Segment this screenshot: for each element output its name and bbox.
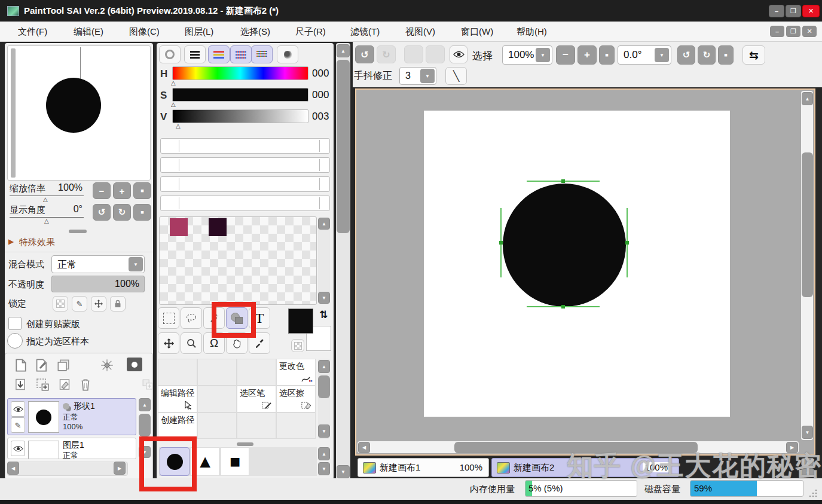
saturation-marker[interactable]: △ — [171, 101, 176, 108]
tool-option-selection-eraser[interactable]: 选区擦 — [276, 386, 316, 413]
layer-thumbnail[interactable] — [28, 401, 59, 433]
tool-option-create-path[interactable]: 创建路径 — [158, 413, 197, 439]
zoom-reset-button[interactable]: ■ — [133, 182, 151, 199]
line-style-button[interactable]: ╲ — [445, 67, 467, 85]
layer-visibility-toggle[interactable] — [11, 401, 25, 417]
selection-redo-button[interactable] — [426, 45, 445, 63]
lock-move-button[interactable] — [91, 296, 106, 311]
flip-horizontal-button[interactable]: ⇆ — [742, 45, 765, 65]
undo-button[interactable]: ↺ — [355, 45, 374, 63]
angle-dropdown-arrow-icon[interactable]: ▼ — [655, 48, 669, 62]
menubar-close-button[interactable]: ✕ — [802, 26, 817, 37]
panel-scroll-thumb[interactable] — [337, 60, 350, 233]
layer-thumbnail[interactable] — [28, 441, 59, 459]
custom-slider-3[interactable] — [160, 176, 330, 192]
tool-options-scroll-up[interactable]: ▲ — [318, 360, 330, 373]
canvas-zoom-dropdown[interactable]: 100% ▼ — [502, 45, 552, 65]
canvas-rotate-reset-button[interactable]: ■ — [718, 45, 734, 65]
zoom-out-button[interactable]: − — [93, 182, 111, 199]
hue-slider[interactable] — [172, 66, 308, 80]
canvas-hscroll-left[interactable]: ◀ — [358, 442, 370, 453]
swatches-panel[interactable] — [159, 216, 317, 305]
layer-item-layer1[interactable]: 图层1 正常 — [7, 438, 136, 459]
canvas-zoom-out-button[interactable]: − — [556, 45, 575, 65]
collapse-arrow-icon[interactable]: ▶ — [8, 237, 14, 246]
canvas-zoom-in-button[interactable]: + — [577, 45, 597, 65]
canvas-zoom-reset-button[interactable]: ■ — [599, 45, 615, 65]
swatch-grid-button[interactable] — [251, 45, 273, 63]
color-bars-button[interactable] — [184, 45, 206, 63]
custom-slider-1[interactable] — [160, 138, 330, 154]
shapes-scroll-up[interactable]: ▲ — [318, 447, 330, 460]
menu-ruler[interactable]: 尺子(R) — [295, 26, 326, 38]
transfer-down-icon[interactable] — [14, 378, 26, 391]
selection-handle-bottom[interactable] — [561, 305, 565, 308]
redo-button[interactable]: ↻ — [377, 45, 396, 63]
custom-slider-2[interactable] — [160, 157, 330, 173]
clipping-mask-checkbox[interactable] — [8, 317, 22, 330]
stabilizer-dropdown[interactable]: 3 ▼ — [399, 67, 436, 85]
swatches-scroll-up[interactable]: ▲ — [318, 218, 330, 230]
selection-undo-button[interactable] — [404, 45, 423, 63]
doc-tab-1[interactable]: 新建画布1 100% — [357, 458, 489, 477]
tool-options-scroll-down[interactable]: ▼ — [318, 424, 330, 438]
minimize-button[interactable]: – — [769, 5, 784, 17]
primary-color-well[interactable] — [288, 308, 313, 334]
canvas-rotate-ccw-button[interactable]: ↺ — [677, 45, 695, 65]
menu-view[interactable]: 视图(V) — [405, 26, 435, 38]
panel-divider-grip[interactable] — [237, 442, 253, 446]
layers-hscroll-track[interactable] — [7, 462, 128, 476]
canvas-vscroll-up[interactable]: ▲ — [802, 92, 813, 105]
lasso-tool[interactable] — [181, 307, 202, 329]
clear-layer-icon[interactable] — [59, 378, 71, 391]
selection-visibility-button[interactable] — [450, 45, 467, 63]
shapes-scroll-down[interactable]: ▼ — [318, 462, 330, 475]
menu-file[interactable]: 文件(F) — [18, 26, 47, 38]
drawn-circle[interactable] — [503, 184, 626, 307]
tool-option-selection-pen[interactable]: 选区笔 — [237, 386, 276, 413]
custom-slider-4[interactable] — [160, 196, 330, 211]
rotate-cw-button[interactable]: ↻ — [113, 204, 131, 221]
hue-marker[interactable]: △ — [171, 80, 176, 86]
new-layer-icon[interactable] — [16, 359, 26, 372]
zoom-in-button[interactable]: + — [113, 182, 131, 199]
layer-item-shape1[interactable]: ✎ 形状1 正常 100% — [7, 398, 136, 435]
duplicate-layer-icon[interactable] — [36, 378, 49, 391]
canvas-vscroll-down[interactable]: ▼ — [802, 426, 813, 439]
saturation-slider[interactable] — [172, 88, 308, 102]
mixed-sliders-button[interactable] — [230, 45, 252, 63]
menu-filter[interactable]: 滤镜(T) — [350, 26, 380, 38]
lock-all-button[interactable] — [110, 296, 126, 311]
blend-mode-dropdown[interactable]: 正常 ▼ — [51, 255, 145, 273]
panel-scroll-down[interactable]: ▼ — [337, 465, 350, 478]
swatch-color-1[interactable] — [170, 218, 188, 236]
canvas-vscroll-thumb[interactable] — [802, 152, 813, 297]
angle-reset-button[interactable]: ■ — [133, 204, 151, 221]
selection-handle-left[interactable] — [499, 241, 503, 245]
menu-help[interactable]: 帮助(H) — [517, 26, 547, 38]
selection-handle-top[interactable] — [561, 179, 565, 183]
canvas-rotate-cw-button[interactable]: ↻ — [698, 45, 716, 65]
angle-slider-marker[interactable]: △ — [44, 218, 49, 224]
layers-scroll-up[interactable]: ▲ — [139, 398, 151, 411]
menubar-minimize-button[interactable]: – — [770, 26, 784, 37]
zoom-tool[interactable] — [181, 332, 202, 354]
swap-colors-icon[interactable]: ⇅ — [319, 308, 328, 321]
value-marker[interactable]: △ — [176, 123, 181, 129]
layer-edit-toggle[interactable]: ✎ — [11, 417, 25, 433]
tool-option-change-color[interactable]: 更改色 — [276, 359, 316, 386]
maximize-button[interactable]: ❐ — [786, 5, 801, 17]
rect-select-tool[interactable] — [158, 307, 179, 329]
zoom-dropdown-arrow-icon[interactable]: ▼ — [536, 48, 550, 62]
rgb-sliders-button[interactable] — [208, 45, 230, 63]
special-effects-label[interactable]: 特殊效果 — [19, 237, 55, 248]
new-vector-layer-icon[interactable] — [36, 359, 48, 372]
new-folder-icon[interactable] — [57, 359, 69, 371]
menu-edit[interactable]: 编辑(E) — [74, 26, 103, 38]
swatches-scroll-down[interactable]: ▼ — [318, 292, 330, 304]
menu-image[interactable]: 图像(C) — [129, 26, 160, 38]
color-wheel-button[interactable] — [159, 45, 181, 63]
delete-layer-icon[interactable] — [80, 378, 91, 391]
blend-dropdown-arrow-icon[interactable]: ▼ — [129, 257, 143, 271]
tool-option-edit-path[interactable]: 编辑路径 — [158, 386, 197, 413]
